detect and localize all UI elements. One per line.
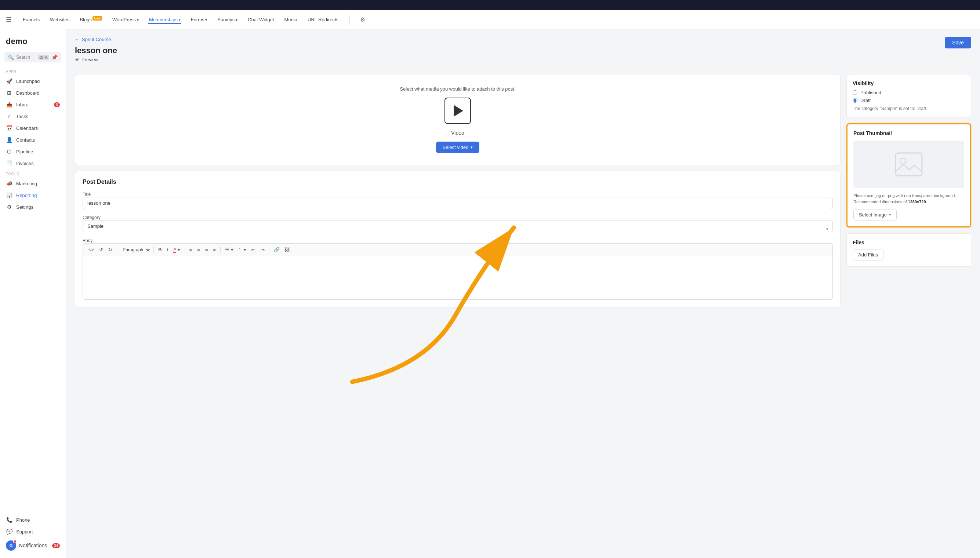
save-button[interactable]: Save: [945, 37, 971, 48]
toolbar-list-ul[interactable]: ☰ ▾: [223, 246, 235, 253]
toolbar-indent-more[interactable]: ⇥: [259, 246, 266, 253]
toolbar-textcolor[interactable]: A ▾: [171, 246, 182, 253]
sidebar-item-label: Pipeline: [16, 149, 33, 154]
app-layout: demo 🔍 Search ctrl K 📌 Apps 🚀 Launchpad …: [0, 30, 980, 558]
visibility-draft-radio[interactable]: [853, 98, 857, 103]
toolbar-redo[interactable]: ↻: [107, 246, 114, 253]
sidebar-item-label: Settings: [16, 204, 33, 210]
settings-gear-icon[interactable]: ⚙: [360, 16, 365, 23]
thumbnail-placeholder: [853, 141, 964, 188]
sidebar-item-label: Calendars: [16, 125, 38, 131]
breadcrumb-parent[interactable]: Sprint Course: [82, 37, 111, 42]
add-files-button[interactable]: Add Files: [853, 249, 883, 261]
sidebar-item-label: Contacts: [16, 137, 35, 143]
category-field-label: Category: [82, 215, 100, 220]
app-logo: demo: [0, 34, 66, 52]
contacts-icon: 👤: [6, 137, 13, 143]
nav-memberships[interactable]: Memberships: [148, 15, 181, 24]
nav-wordpress[interactable]: WordPress: [112, 15, 140, 24]
select-video-button[interactable]: Select video: [436, 142, 480, 153]
toolbar-italic[interactable]: I: [165, 246, 170, 253]
post-details-title: Post Details: [82, 179, 833, 185]
nav-url-redirects[interactable]: URL Redirects: [307, 15, 339, 24]
nav-websites[interactable]: Websites: [49, 15, 70, 24]
sidebar-item-marketing[interactable]: 📣 Marketing: [0, 177, 66, 189]
select-image-button[interactable]: Select Image: [853, 209, 897, 220]
nav-blogs[interactable]: BlogsNew: [79, 15, 103, 24]
sidebar-item-label: Dashboard: [16, 90, 39, 96]
settings-icon: ⚙: [6, 204, 13, 210]
thumbnail-dimensions: 1280x720: [908, 200, 926, 204]
play-icon: [454, 105, 463, 117]
toolbar-sep-5: [269, 246, 270, 253]
toolbar-undo[interactable]: ↺: [97, 246, 105, 253]
toolbar-paragraph-select[interactable]: Paragraph: [120, 246, 151, 253]
hamburger-icon[interactable]: ☰: [6, 16, 12, 24]
sidebar-item-label: Marketing: [16, 181, 37, 186]
toolbar-bold[interactable]: B: [156, 246, 163, 253]
toolbar-list-ol[interactable]: 1. ▾: [237, 246, 248, 253]
sidebar-item-phone[interactable]: 📞 Phone: [0, 514, 66, 526]
sidebar-item-label: Tasks: [16, 114, 28, 119]
main-columns: Select what media you would like to atta…: [75, 74, 971, 307]
title-field-label: Title: [82, 192, 90, 197]
nav-forms[interactable]: Forms: [190, 15, 208, 24]
category-select[interactable]: Sample: [82, 220, 833, 232]
right-column: Visibility Published Draft The category …: [847, 74, 971, 307]
page-title: lesson one: [75, 46, 117, 56]
support-icon: 💬: [6, 528, 13, 535]
video-icon-box[interactable]: [444, 98, 471, 124]
toolbar-align-right[interactable]: ≡: [203, 246, 210, 253]
notification-dot: [13, 540, 17, 543]
thumbnail-note: Please use .jpg or .png with non-transpa…: [853, 193, 964, 205]
sidebar-item-label: Phone: [16, 517, 30, 523]
toolbar-align-left[interactable]: ≡: [187, 246, 194, 253]
visibility-published-radio[interactable]: [853, 90, 857, 95]
toolbar-sep-1: [117, 246, 117, 253]
sidebar-item-calendars[interactable]: 📅 Calendars: [0, 122, 66, 134]
sidebar-item-dashboard[interactable]: ⊞ Dashboard: [0, 87, 66, 99]
toolbar-align-center[interactable]: ≡: [195, 246, 202, 253]
sidebar-item-invoices[interactable]: 📄 Invoices: [0, 158, 66, 169]
visibility-published-label: Published: [860, 90, 881, 95]
video-card: Select what media you would like to atta…: [75, 74, 840, 165]
sidebar: demo 🔍 Search ctrl K 📌 Apps 🚀 Launchpad …: [0, 30, 66, 558]
back-arrow-icon: ←: [75, 37, 80, 42]
visibility-card: Visibility Published Draft The category …: [847, 74, 971, 117]
pin-icon[interactable]: 📌: [51, 54, 58, 60]
toolbar-code[interactable]: <>: [87, 246, 96, 253]
sidebar-item-launchpad[interactable]: 🚀 Launchpad: [0, 75, 66, 87]
sidebar-item-contacts[interactable]: 👤 Contacts: [0, 134, 66, 146]
breadcrumb[interactable]: ← Sprint Course: [75, 37, 117, 42]
sidebar-item-pipeline[interactable]: ⬡ Pipeline: [0, 146, 66, 158]
inbox-icon: 📥: [6, 102, 13, 107]
editor-body[interactable]: [82, 256, 833, 300]
svg-point-1: [900, 158, 906, 164]
sidebar-item-tasks[interactable]: ✓ Tasks: [0, 110, 66, 122]
nav-media[interactable]: Media: [284, 15, 298, 24]
reporting-icon: 📊: [6, 192, 13, 198]
sidebar-item-label: Inbox: [16, 102, 28, 107]
toolbar-align-justify[interactable]: ≡: [211, 246, 218, 253]
sidebar-item-support[interactable]: 💬 Support: [0, 526, 66, 537]
nav-funnels[interactable]: Funnels: [22, 15, 40, 24]
title-input[interactable]: [82, 197, 833, 209]
body-field-label: Body: [82, 238, 92, 243]
tasks-icon: ✓: [6, 113, 13, 119]
svg-rect-0: [896, 153, 922, 176]
visibility-published-row: Published: [853, 90, 965, 95]
sidebar-item-reporting[interactable]: 📊 Reporting: [0, 189, 66, 201]
notification-avatar-row[interactable]: G Notifications 34: [0, 537, 66, 554]
nav-chat-widget[interactable]: Chat Widget: [247, 15, 275, 24]
toolbar-link[interactable]: 🔗: [272, 246, 281, 253]
sidebar-item-settings[interactable]: ⚙ Settings: [0, 201, 66, 213]
nav-surveys[interactable]: Surveys: [217, 15, 238, 24]
left-column: Select what media you would like to atta…: [75, 74, 840, 307]
toolbar-image[interactable]: 🖼: [283, 246, 291, 253]
sidebar-item-label: Launchpad: [16, 79, 39, 84]
preview-link[interactable]: Preview: [75, 57, 117, 62]
post-details-card: Post Details Title Category Sample Body …: [75, 171, 840, 307]
search-button[interactable]: 🔍 Search ctrl K 📌: [4, 52, 61, 62]
sidebar-item-inbox[interactable]: 📥 Inbox 0: [0, 99, 66, 110]
toolbar-indent-less[interactable]: ⇤: [250, 246, 257, 253]
